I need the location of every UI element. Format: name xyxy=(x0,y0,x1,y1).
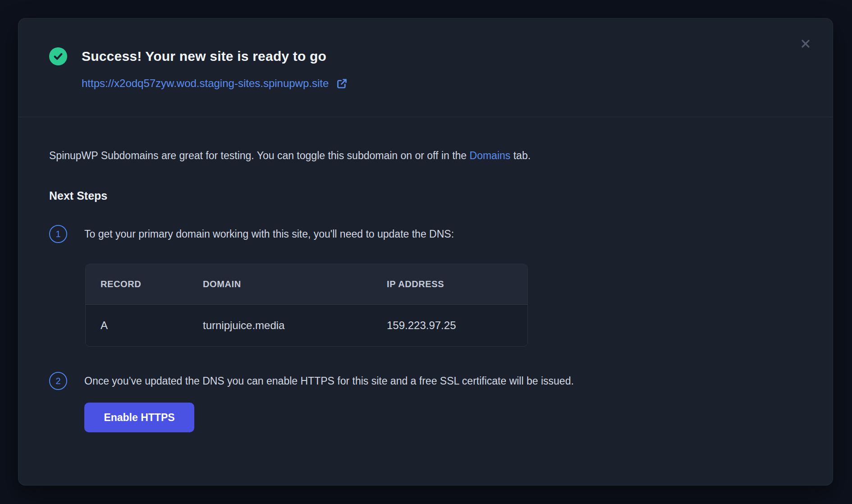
dns-header-ip-address: IP ADDRESS xyxy=(372,264,527,305)
next-steps-heading: Next Steps xyxy=(49,189,802,202)
dns-cell-ip-address: 159.223.97.25 xyxy=(372,305,527,346)
success-check-icon xyxy=(49,47,67,65)
enable-https-button[interactable]: Enable HTTPS xyxy=(84,403,194,432)
title-row: Success! Your new site is ready to go xyxy=(49,47,802,65)
step-2-number-badge: 2 xyxy=(49,372,67,390)
intro-text: SpinupWP Subdomains are great for testin… xyxy=(49,149,802,162)
dns-cell-record: A xyxy=(86,305,188,346)
site-url-link[interactable]: https://x2odq57zyw.wod.staging-sites.spi… xyxy=(82,77,329,90)
intro-after: tab. xyxy=(510,150,531,161)
step-2-row: 2 Once you’ve updated the DNS you can en… xyxy=(49,372,802,390)
dns-header-domain: DOMAIN xyxy=(188,264,372,305)
dns-table-header-row: RECORD DOMAIN IP ADDRESS xyxy=(86,264,527,305)
dns-header-record: RECORD xyxy=(86,264,188,305)
step-2-text: Once you’ve updated the DNS you can enab… xyxy=(84,375,574,387)
dns-cell-domain: turnipjuice.media xyxy=(188,305,372,346)
close-button[interactable] xyxy=(798,37,813,51)
success-modal: Success! Your new site is ready to go ht… xyxy=(18,18,833,486)
close-icon xyxy=(800,38,811,49)
modal-header: Success! Your new site is ready to go ht… xyxy=(18,18,833,117)
intro-before: SpinupWP Subdomains are great for testin… xyxy=(49,150,470,161)
step-1-number-badge: 1 xyxy=(49,225,67,243)
step-1-text: To get your primary domain working with … xyxy=(84,228,454,240)
site-url-row: https://x2odq57zyw.wod.staging-sites.spi… xyxy=(82,77,802,90)
dns-records-table: RECORD DOMAIN IP ADDRESS A turnipjuice.m… xyxy=(85,264,528,347)
dns-table-row: A turnipjuice.media 159.223.97.25 xyxy=(86,305,527,346)
domains-tab-link[interactable]: Domains xyxy=(470,150,511,161)
external-link-icon[interactable] xyxy=(336,78,348,90)
step-1-row: 1 To get your primary domain working wit… xyxy=(49,225,802,243)
modal-title: Success! Your new site is ready to go xyxy=(82,49,326,64)
modal-body: SpinupWP Subdomains are great for testin… xyxy=(18,117,833,432)
